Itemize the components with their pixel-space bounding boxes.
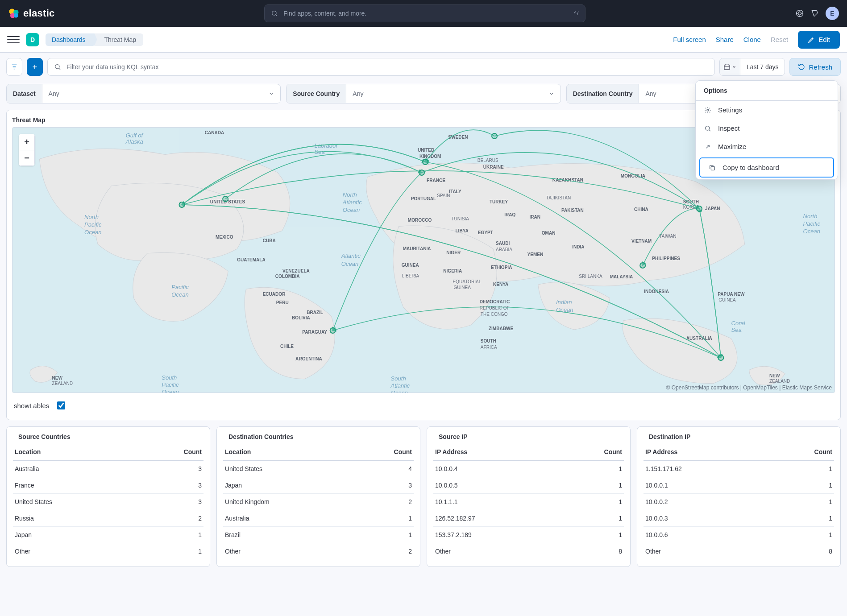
svg-text:Atlantic: Atlantic [390,382,410,389]
share-link[interactable]: Share [716,36,734,43]
kql-input[interactable]: Filter your data using KQL syntax [47,58,715,76]
clone-link[interactable]: Clone [743,36,761,43]
table-row[interactable]: 126.52.182.971 [433,510,624,527]
svg-point-3 [14,13,18,18]
svg-text:LIBERIA: LIBERIA [402,273,419,278]
svg-text:BELARUS: BELARUS [477,158,498,163]
breadcrumb-dashboards[interactable]: Dashboards [46,33,93,46]
svg-text:PARAGUAY: PARAGUAY [302,330,327,335]
news-icon[interactable] [810,9,819,18]
svg-point-114 [718,355,723,360]
svg-text:COLOMBIA: COLOMBIA [275,274,300,279]
plus-icon [31,63,38,70]
data-table: LocationCountAustralia3France3United Sta… [13,444,203,559]
fullscreen-link[interactable]: Full screen [673,36,706,43]
user-avatar[interactable]: E [826,7,839,20]
table-row[interactable]: 10.0.0.41 [433,460,624,477]
table-row[interactable]: 10.0.0.31 [644,510,834,527]
table-row[interactable]: 10.0.0.61 [644,527,834,543]
table-row[interactable]: Other8 [433,543,624,560]
table-row[interactable]: Brazil1 [223,527,414,543]
svg-text:ARABIA: ARABIA [496,247,512,252]
panel-title: Source Countries [13,431,203,444]
svg-text:PAKISTAN: PAKISTAN [561,208,584,213]
svg-text:Alaska: Alaska [125,138,143,145]
svg-text:Atlantic: Atlantic [341,252,361,259]
table-row[interactable]: Australia1 [223,510,414,527]
options-copy-to-dashboard[interactable]: Copy to dashboard [699,157,834,178]
search-kbd-hint: ^/ [574,10,579,17]
brand-logo[interactable]: elastic [8,8,55,19]
zoom-in-button[interactable]: + [19,134,35,150]
table-row[interactable]: 1.151.171.621 [644,460,834,477]
svg-text:EGYPT: EGYPT [478,230,494,235]
filter-toggle-button[interactable] [6,58,22,76]
panel-src-countries: Source CountriesLocationCountAustralia3F… [6,426,210,567]
svg-text:SAUDI: SAUDI [496,241,510,246]
nav-toggle-icon[interactable] [7,33,20,46]
options-maximize-label: Maximize [718,143,746,150]
add-filter-button[interactable] [27,58,43,76]
svg-text:GUATEMALA: GUATEMALA [237,257,265,262]
breadcrumb-current: Threat Map [95,33,144,46]
table-row[interactable]: 153.37.2.1891 [433,527,624,543]
svg-point-112 [697,206,702,211]
options-inspect[interactable]: Inspect [696,119,838,137]
table-row[interactable]: United Kingdom2 [223,494,414,510]
svg-text:North: North [803,213,818,219]
table-row[interactable]: 10.0.0.11 [644,477,834,494]
svg-text:IRAQ: IRAQ [504,212,515,217]
table-row[interactable]: 10.0.0.51 [433,477,624,494]
svg-text:MEXICO: MEXICO [216,235,233,240]
calendar-icon[interactable] [720,58,740,75]
svg-text:SOUTH: SOUTH [481,339,496,343]
svg-text:ZEALAND: ZEALAND [52,381,73,386]
options-settings[interactable]: Settings [696,101,838,119]
options-copy-label: Copy to dashboard [722,164,779,171]
svg-text:TAJIKISTAN: TAJIKISTAN [546,195,571,200]
svg-text:Coral: Coral [731,320,745,327]
zoom-out-button[interactable]: − [19,150,35,166]
svg-text:PAPUA NEW: PAPUA NEW [718,292,745,297]
show-labels-checkbox[interactable] [57,401,65,409]
svg-text:MAURITANIA: MAURITANIA [403,246,431,251]
svg-point-118 [706,126,710,130]
control-source-country[interactable]: Source CountryAny [286,84,561,103]
table-row[interactable]: Other8 [644,543,834,560]
svg-text:CHILE: CHILE [280,344,294,349]
help-icon[interactable] [795,9,804,18]
svg-text:ECUADOR: ECUADOR [263,292,286,297]
svg-text:KAZAKHSTAN: KAZAKHSTAN [552,178,583,182]
global-search[interactable]: Find apps, content, and more. ^/ [264,4,585,22]
table-row[interactable]: France3 [13,477,203,494]
svg-text:VIETNAM: VIETNAM [631,239,652,244]
table-row[interactable]: United States4 [223,460,414,477]
svg-text:LIBYA: LIBYA [455,228,468,233]
app-subheader: D Dashboards Threat Map Full screen Shar… [0,27,847,53]
svg-text:REPUBLIC OF: REPUBLIC OF [480,306,510,310]
table-row[interactable]: 10.0.0.21 [644,494,834,510]
svg-point-110 [423,159,428,165]
svg-point-113 [640,263,645,268]
table-row[interactable]: United States3 [13,494,203,510]
svg-text:CANADA: CANADA [205,130,224,135]
control-dataset[interactable]: DatasetAny [6,84,281,103]
table-row[interactable]: Japan3 [223,477,414,494]
svg-text:MOROCCO: MOROCCO [408,218,432,223]
svg-text:CHINA: CHINA [634,207,648,212]
table-row[interactable]: Other2 [223,543,414,560]
edit-button[interactable]: Edit [798,31,840,49]
svg-text:Gulf of: Gulf of [126,132,144,139]
date-picker[interactable]: Last 7 days [719,58,785,76]
refresh-button[interactable]: Refresh [789,58,841,76]
svg-text:North: North [343,191,357,198]
table-row[interactable]: Other1 [13,543,203,560]
kql-placeholder: Filter your data using KQL syntax [66,63,158,70]
options-maximize[interactable]: Maximize [696,137,838,156]
svg-text:Ocean: Ocean [162,389,179,393]
table-row[interactable]: Japan1 [13,527,203,543]
table-row[interactable]: Australia3 [13,460,203,477]
table-row[interactable]: Russia2 [13,510,203,527]
space-selector[interactable]: D [26,33,39,46]
table-row[interactable]: 10.1.1.11 [433,494,624,510]
